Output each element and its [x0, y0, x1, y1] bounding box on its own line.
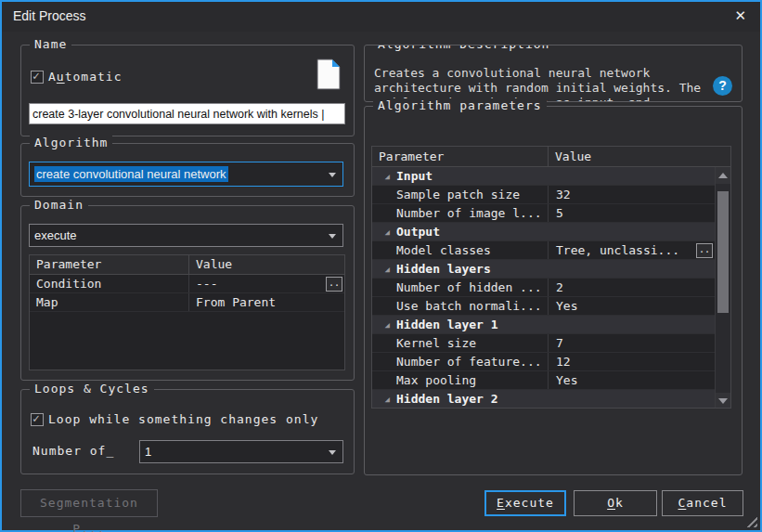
browse-button[interactable]: .. [326, 277, 342, 292]
tree-expanded-icon[interactable]: ◢ [372, 227, 396, 237]
parameter-row[interactable]: Kernel size7 [372, 334, 715, 353]
ok-button[interactable]: Ok [574, 490, 657, 516]
parameter-group-row[interactable]: ◢Hidden layers [372, 260, 715, 279]
tree-expanded-icon[interactable]: ◢ [372, 172, 396, 181]
domain-table-header: Parameter Value [30, 255, 344, 275]
domain-select[interactable]: execute [29, 224, 343, 247]
chevron-down-icon [329, 234, 336, 239]
parameter-name-cell: Sample patch size [396, 186, 549, 203]
edit-process-dialog: Edit Process ✕ Name ✓ Automatic Algorith… [0, 0, 762, 532]
parameter-value-cell: Yes [549, 373, 715, 387]
algorithm-selected-value: create convolutional neural network [34, 166, 228, 182]
description-line: architecture with random initial weights… [374, 81, 704, 96]
loops-group-label: Loops & Cycles [30, 382, 154, 396]
domain-table-body: Condition---..MapFrom Parent [30, 275, 344, 312]
tree-expanded-icon[interactable]: ◢ [372, 265, 396, 274]
parameter-value-cell: 7 [549, 336, 715, 350]
domain-table-row[interactable]: Condition---.. [30, 275, 344, 293]
parameter-group-row[interactable]: ◢Hidden layer 1 [372, 316, 715, 334]
parameters-group-label: Algorithm parameters [373, 98, 547, 112]
chevron-down-icon [329, 173, 336, 177]
algorithm-select[interactable]: create convolutional neural network [29, 162, 343, 187]
algorithm-group-label: Algorithm [30, 136, 112, 149]
window-title: Edit Process [13, 8, 86, 23]
algorithm-group: Algorithm create convolutional neural ne… [20, 143, 355, 197]
parameter-value-cell: 5 [549, 206, 715, 220]
parameter-value-cell: Tree, unclassi... [549, 243, 715, 257]
parameter-name-cell: Model classes [396, 241, 549, 259]
parameter-group-label: Hidden layer 2 [396, 392, 498, 406]
tree-expanded-icon[interactable]: ◢ [372, 395, 396, 404]
parameter-row[interactable]: Sample patch size32 [372, 186, 715, 204]
parameter-name-cell: Number of feature... [396, 353, 549, 370]
checkbox-box-icon: ✓ [31, 71, 44, 84]
parameters-header-value: Value [549, 147, 591, 166]
parameter-name-cell: Number of hidden ... [396, 279, 549, 296]
parameter-name-cell: Use batch normali... [396, 297, 549, 315]
parameters-header-parameter: Parameter [372, 147, 549, 166]
domain-group-label: Domain [30, 198, 88, 212]
parameter-row[interactable]: Model classesTree, unclassi..... [372, 241, 715, 260]
parameter-group-label: Hidden layer 1 [396, 318, 498, 331]
scroll-up-button[interactable] [716, 167, 730, 184]
arrow-up-icon [718, 173, 728, 178]
description-line: Creates a convolutional neural network [374, 66, 704, 81]
domain-selected-value: execute [34, 228, 77, 242]
domain-group: Domain execute Parameter Value Condition… [20, 205, 355, 381]
parameter-name-cell: Max pooling [396, 371, 549, 389]
parameter-row[interactable]: Use batch normali...Yes [372, 297, 715, 316]
loop-while-checkbox-label: Loop while something changes only [48, 412, 318, 426]
loops-cycles-group: Loops & Cycles ✓ Loop while something ch… [20, 389, 355, 474]
arrow-down-icon [718, 398, 728, 404]
domain-table-row[interactable]: MapFrom Parent [30, 293, 344, 312]
parameter-row[interactable]: Number of feature...12 [372, 353, 715, 371]
domain-header-parameter: Parameter [30, 255, 189, 274]
checkbox-box-icon: ✓ [31, 413, 44, 426]
checkmark-icon: ✓ [32, 411, 40, 425]
parameter-value-cell: 32 [549, 188, 715, 201]
parameters-table-header: Parameter Value [372, 147, 730, 167]
domain-header-value: Value [189, 255, 232, 274]
algorithm-parameters-group: Algorithm parameters Parameter Value ◢In… [364, 106, 743, 475]
resize-grip[interactable] [743, 513, 757, 527]
parameter-row[interactable]: Number of image l...5 [372, 204, 715, 223]
scrollbar-thumb[interactable] [717, 191, 729, 313]
parameter-row[interactable]: Max poolingYes [372, 371, 715, 390]
cancel-button[interactable]: Cancel [662, 490, 743, 516]
close-icon[interactable]: ✕ [734, 7, 746, 24]
parameter-value-cell: 12 [549, 355, 715, 369]
domain-value-cell: --- [189, 277, 344, 291]
help-icon[interactable]: ? [713, 76, 732, 96]
process-name-input[interactable] [29, 103, 345, 124]
number-of-value: 1 [145, 445, 151, 459]
vertical-scrollbar[interactable] [715, 167, 730, 409]
parameter-value-cell: 2 [549, 280, 715, 294]
segmentation-button[interactable]: Segmentation P... [20, 489, 158, 517]
automatic-checkbox[interactable]: ✓ Automatic [31, 70, 122, 84]
parameter-group-row[interactable]: ◢Input [372, 167, 715, 186]
domain-parameter-cell: Map [30, 293, 189, 311]
parameter-value-cell: Yes [549, 299, 715, 313]
checkmark-icon: ✓ [32, 69, 40, 83]
algorithm-description-text: Creates a convolutional neural network a… [374, 66, 704, 102]
browse-button[interactable]: .. [696, 243, 713, 258]
algorithm-description-group: Algorithm Description Creates a convolut… [364, 45, 743, 102]
scroll-down-button[interactable] [716, 393, 730, 409]
title-bar: Edit Process ✕ [2, 2, 760, 32]
loop-while-checkbox[interactable]: ✓ Loop while something changes only [31, 412, 318, 426]
new-document-icon [316, 58, 341, 94]
parameter-group-label: Input [396, 169, 433, 183]
tree-expanded-icon[interactable]: ◢ [372, 320, 396, 330]
parameter-row[interactable]: Number of hidden ...2 [372, 279, 715, 297]
name-group: Name ✓ Automatic [20, 45, 355, 136]
parameters-table: Parameter Value ◢InputSample patch size3… [371, 146, 731, 409]
chevron-down-icon [329, 450, 336, 455]
parameter-group-row[interactable]: ◢Hidden layer 2 [372, 390, 715, 409]
number-of-select[interactable]: 1 [139, 440, 343, 463]
parameter-name-cell: Number of image l... [396, 204, 549, 222]
parameter-group-row[interactable]: ◢Output [372, 223, 715, 241]
execute-button[interactable]: Execute [484, 490, 566, 516]
automatic-checkbox-label: Automatic [48, 70, 122, 84]
parameter-name-cell: Kernel size [396, 334, 549, 352]
domain-parameter-cell: Condition [30, 275, 189, 292]
